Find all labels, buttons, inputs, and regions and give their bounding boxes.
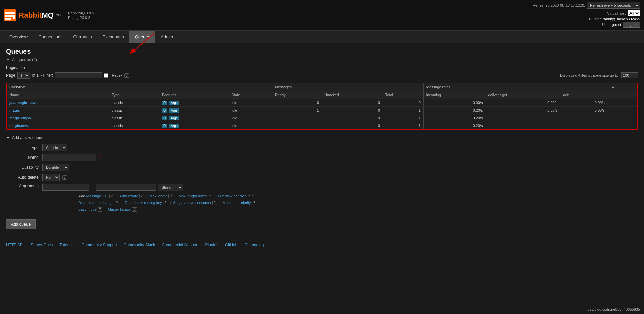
refresh-select[interactable]: Refresh every 5 seconds Refresh every 10… (587, 2, 640, 9)
master-locator-help[interactable]: ? (132, 207, 137, 212)
single-active-consumer-help[interactable]: ? (212, 201, 217, 205)
footer-link-server-docs[interactable]: Server Docs (31, 243, 53, 247)
message-ttl-help[interactable]: ? (109, 194, 114, 198)
regex-help[interactable]: ? (124, 73, 129, 78)
type-select[interactable]: Classic Quorum (42, 144, 67, 151)
badge-args[interactable]: Args (169, 116, 179, 120)
args-val-input[interactable] (96, 184, 156, 191)
args-links: Add Message TTL ? | Auto expire ? | Max … (78, 193, 256, 213)
logout-button[interactable]: Log out (623, 22, 640, 28)
auto-delete-select[interactable]: No Yes (42, 174, 60, 181)
queue-name-cell[interactable]: magic.news (7, 122, 109, 130)
durability-select[interactable]: Durable Transient (42, 164, 69, 171)
link-overflow-behaviour[interactable]: Overflow behaviour (218, 194, 250, 198)
link-lazy-mode[interactable]: Lazy mode (78, 207, 97, 211)
link-dead-letter-routing-key[interactable]: Dead letter routing key (125, 201, 162, 205)
footer-link-community-support[interactable]: Community Support (82, 243, 117, 247)
queue-name-link[interactable]: magic.emps (9, 116, 31, 120)
plus-minus-btn[interactable]: +/- (607, 83, 637, 91)
name-input[interactable] (42, 154, 96, 161)
add-queue-header[interactable]: ▼ Add a new queue (6, 135, 638, 140)
queue-extra-cell (607, 114, 637, 122)
footer-link-commercial-support[interactable]: Commercial Support (162, 243, 198, 247)
table-row[interactable]: magic classic D Args idle 1 0 1 0.20/s 0… (7, 107, 637, 114)
logo-text: RabbitMQ (19, 11, 54, 20)
col-incoming: incoming (423, 91, 485, 99)
args-key-input[interactable] (42, 184, 89, 191)
link-message-ttl[interactable]: Message TTL (86, 194, 109, 198)
dead-letter-exchange-help[interactable]: ? (115, 201, 119, 205)
add-queue-button[interactable]: Add queue (6, 219, 36, 229)
nav-item-overview[interactable]: Overview (4, 31, 33, 43)
nav-item-channels[interactable]: Channels (68, 31, 97, 43)
footer-link-tutorials[interactable]: Tutorials (59, 243, 75, 247)
queue-ready-cell: 1 (272, 122, 322, 130)
footer-link-community-slack[interactable]: Community Slack (124, 243, 155, 247)
link-auto-expire[interactable]: Auto expire (119, 194, 138, 198)
footer-link-http-api[interactable]: HTTP API (6, 243, 24, 247)
maximum-priority-help[interactable]: ? (252, 201, 257, 205)
add-queue-section: ▼ Add a new queue Type: Classic Quorum N… (6, 135, 638, 229)
queue-name-link[interactable]: magic (9, 108, 20, 112)
link-max-length[interactable]: Max length (150, 194, 168, 198)
lazy-mode-help[interactable]: ? (98, 207, 102, 212)
auto-delete-help[interactable]: ? (62, 175, 67, 180)
queue-name-link[interactable]: javamagic.news (9, 101, 38, 105)
link-master-locator[interactable]: Master locator (108, 207, 131, 211)
queue-extra-cell (607, 107, 637, 114)
tm-badge: TM (56, 14, 61, 17)
footer-link-changelog[interactable]: Changelog (244, 243, 264, 247)
nav-item-connections[interactable]: Connections (33, 31, 68, 43)
link-single-active-consumer[interactable]: Single active consumer (173, 201, 211, 205)
col-total: Total (383, 91, 424, 99)
badge-args[interactable]: Args (169, 108, 179, 113)
dead-letter-routing-key-help[interactable]: ? (163, 201, 168, 205)
regex-checkbox[interactable] (104, 73, 108, 78)
max-length-bytes-help[interactable]: ? (208, 194, 212, 198)
add-queue-collapse-arrow: ▼ (6, 135, 10, 140)
queue-deliver-cell: 0.00/s (485, 107, 560, 114)
queue-total-cell: 1 (383, 122, 424, 130)
queues-table-wrapper: Overview Messages Message rates +/- Name… (6, 83, 638, 130)
svg-rect-1 (5, 12, 15, 14)
filter-input[interactable] (55, 72, 102, 78)
queue-name-cell[interactable]: javamagic.news (7, 99, 109, 107)
arguments-row: Arguments: = String Number Boolean Add M… (6, 184, 638, 213)
queue-features-cell: D Args (159, 99, 229, 107)
nav-item-exchanges[interactable]: Exchanges (97, 31, 129, 43)
page-select[interactable]: 1 (17, 72, 30, 79)
max-length-help[interactable]: ? (168, 194, 173, 198)
queue-deliver-cell (485, 122, 560, 130)
queue-name-cell[interactable]: magic (7, 107, 109, 114)
queue-name-link[interactable]: magic.news (9, 124, 30, 128)
nav-item-queues[interactable]: Queues (129, 31, 156, 43)
queue-state-cell: idle (229, 122, 272, 130)
group-rates-header: Message rates (423, 83, 607, 91)
refreshed-label: Refreshed 2020-06-18 17:12:01 (533, 3, 585, 7)
vhost-select[interactable]: All / (628, 10, 640, 16)
queue-ready-cell: 1 (272, 107, 322, 114)
link-maximum-priority[interactable]: Maximum priority (223, 201, 251, 205)
page-text-label: Page (6, 73, 15, 78)
badge-args[interactable]: Args (169, 101, 179, 105)
queue-name-cell[interactable]: magic.emps (7, 114, 109, 122)
table-row[interactable]: magic.emps classic D Args idle 1 0 1 0.2… (7, 114, 637, 122)
overflow-help[interactable]: ? (251, 194, 256, 198)
table-row[interactable]: javamagic.news classic D Args idle 0 0 0… (7, 99, 637, 107)
footer-link-plugins[interactable]: Plugins (205, 243, 218, 247)
page-size-input[interactable] (621, 72, 638, 78)
auto-expire-help[interactable]: ? (139, 194, 144, 198)
all-queues-header[interactable]: ▼ All queues (4) (6, 57, 638, 62)
queue-ready-cell: 1 (272, 114, 322, 122)
col-ready: Ready (272, 91, 322, 99)
args-type-select[interactable]: String Number Boolean (158, 184, 183, 191)
nav-item-admin[interactable]: Admin (155, 31, 178, 43)
badge-args[interactable]: Args (169, 124, 179, 128)
pagination-section: Pagination Page 1 of 1 - Filter: Regex ?… (6, 65, 638, 79)
args-input-row: = String Number Boolean (42, 184, 256, 191)
footer-link-github[interactable]: GitHub (225, 243, 237, 247)
table-row[interactable]: magic.news classic D Args idle 1 0 1 0.2… (7, 122, 637, 130)
all-queues-label: All queues (4) (12, 57, 37, 62)
link-max-length-bytes[interactable]: Max length bytes (179, 194, 207, 198)
link-dead-letter-exchange[interactable]: Dead letter exchange (78, 201, 114, 205)
